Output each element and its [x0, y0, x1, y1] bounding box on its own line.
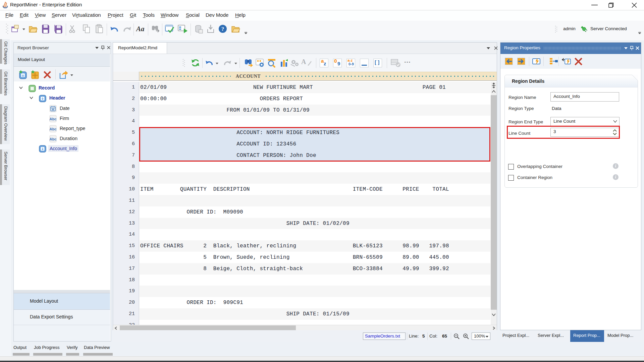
svg-text:?: ? — [221, 26, 224, 32]
svg-text:Abc: Abc — [50, 117, 57, 121]
svg-text:Abc: Abc — [50, 137, 57, 141]
svg-text:Abc: Abc — [50, 127, 57, 131]
